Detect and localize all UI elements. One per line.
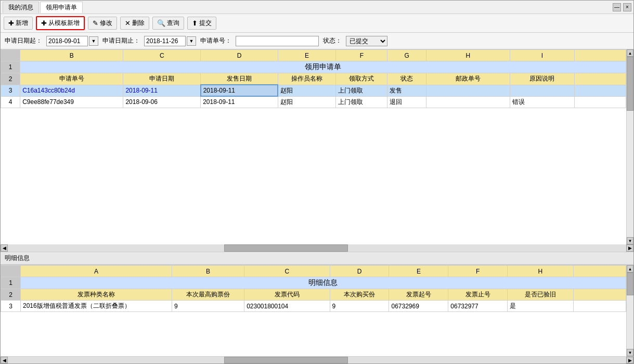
col-g-header: G	[387, 50, 426, 61]
detail-row-1-num: 1	[1, 277, 21, 289]
vscroll-up-btn[interactable]: ▲	[627, 49, 633, 57]
lower-vscroll-track	[627, 272, 633, 349]
start-date-dropdown-btn[interactable]: ▼	[89, 36, 98, 46]
lower-vscroll-up-btn[interactable]: ▲	[627, 265, 633, 272]
search-button[interactable]: 🔍 查询	[152, 17, 184, 30]
row-4-col-i: 错误	[510, 96, 574, 108]
close-button[interactable]: ×	[623, 3, 631, 11]
lower-col-f-header: F	[448, 266, 508, 277]
table-row[interactable]: 3 C16a143cc80b24d 2018-09-11 2018-09-11 …	[1, 85, 626, 96]
lower-hscroll[interactable]	[8, 357, 626, 363]
search-label: 查询	[167, 19, 179, 28]
upper-hscroll[interactable]	[8, 244, 626, 252]
upper-vscroll[interactable]: ▲ ▼	[626, 49, 633, 244]
detail-header-sfyj: 是否已验旧	[508, 289, 574, 301]
status-label: 状态：	[323, 36, 342, 45]
title-bar: 我的消息 领用申请单 — ×	[1, 1, 633, 14]
main-content: B C D E F G H I	[1, 49, 633, 363]
detail-table-row[interactable]: 3 2016版增值税普通发票（二联折叠票） 9 023001800104 9 0…	[1, 301, 626, 312]
grid-title: 领用申请单	[20, 61, 626, 73]
lower-col-b-header: B	[172, 266, 244, 277]
lower-table-container[interactable]: A B C D E F H 1	[1, 265, 626, 356]
row-1-num: 1	[1, 61, 20, 73]
upper-hscroll-thumb	[224, 244, 348, 252]
title-row: 1 领用申请单	[1, 61, 626, 73]
header-lqfs: 领取方式	[336, 73, 387, 85]
row-4-col-b: C9ee88fe77de349	[20, 96, 123, 108]
table-row[interactable]: 4 C9ee88fe77de349 2018-09-06 2018-09-11 …	[1, 96, 626, 108]
header-extra	[574, 73, 626, 85]
tab-requisition[interactable]: 领用申请单	[40, 2, 83, 13]
lower-nav-right[interactable]: ▶	[626, 357, 633, 363]
row-4-num: 4	[1, 96, 20, 108]
col-extra-header	[574, 50, 626, 61]
lower-hscroll-thumb	[224, 357, 348, 363]
header-yysm: 原因说明	[510, 73, 574, 85]
plus-icon: ✚	[8, 19, 14, 27]
order-number-label: 申请单号：	[200, 36, 231, 45]
header-czy: 操作员名称	[278, 73, 336, 85]
template-new-button[interactable]: ✚ 从模板新增	[36, 16, 85, 30]
submit-button[interactable]: ⬆ 提交	[187, 17, 216, 30]
detail-row-3-col-f: 06732977	[448, 301, 508, 312]
lower-table-wrapper: A B C D E F H 1	[1, 265, 633, 356]
lower-col-e-header: E	[389, 266, 448, 277]
lower-col-c-header: C	[244, 266, 330, 277]
edit-icon: ✎	[93, 19, 98, 27]
order-number-input[interactable]	[236, 36, 319, 46]
detail-header-row: 2 发票种类名称 本次最高购票份 发票代码 本次购买份 发票起号 发票止号 是否…	[1, 289, 626, 301]
vscroll-down-btn[interactable]: ▼	[627, 237, 633, 244]
start-date-input[interactable]	[46, 36, 88, 46]
col-h-header: H	[426, 50, 510, 61]
delete-button[interactable]: ✕ 删除	[120, 17, 149, 30]
detail-row-3-num: 3	[1, 301, 21, 312]
new-button[interactable]: ✚ 新增	[4, 17, 33, 30]
detail-row-3-col-a: 2016版增值税普通发票（二联折叠票）	[20, 301, 172, 312]
lower-vscroll[interactable]: ▲ ▼	[626, 265, 633, 356]
upper-nav-right[interactable]: ▶	[626, 244, 633, 252]
tab-my-messages[interactable]: 我的消息	[3, 2, 39, 13]
submit-label: 提交	[199, 19, 212, 28]
minimize-button[interactable]: —	[613, 3, 621, 11]
lower-col-d-header: D	[330, 266, 389, 277]
new-label: 新增	[16, 19, 28, 28]
end-date-dropdown-btn[interactable]: ▼	[187, 36, 196, 46]
header-sqrq: 申请日期	[123, 73, 201, 85]
header-row: 2 申请单号 申请日期 发售日期 操作员名称 领取方式 状态 邮政单号 原因说明	[1, 73, 626, 85]
toolbar: ✚ 新增 ✚ 从模板新增 ✎ 修改 ✕ 删除 🔍 查询 ⬆ 提交	[1, 14, 633, 33]
upper-table-container[interactable]: B C D E F G H I	[1, 49, 626, 244]
col-b-header: B	[20, 50, 123, 61]
lower-vscroll-down-btn[interactable]: ▼	[627, 349, 633, 356]
detail-row-3-col-h: 是	[508, 301, 574, 312]
filter-bar: 申请日期起： ▼ 申请日期止： ▼ 申请单号： 状态： 已提交 全部 已审核 已…	[1, 33, 633, 49]
row-3-col-d[interactable]: 2018-09-11	[201, 85, 278, 96]
row-3-col-c: 2018-09-11	[123, 85, 201, 96]
detail-label-text: 明细信息	[5, 254, 30, 263]
start-date-group: ▼	[46, 36, 98, 46]
detail-row-3-col-b: 9	[172, 301, 244, 312]
submit-icon: ⬆	[192, 19, 198, 27]
col-d-header: D	[201, 50, 278, 61]
detail-row-3-col-c: 023001800104	[244, 301, 330, 312]
end-date-input[interactable]	[144, 36, 186, 46]
vscroll-track	[627, 57, 633, 237]
end-date-group: ▼	[144, 36, 196, 46]
col-e-header: E	[278, 50, 336, 61]
detail-header-fpzh: 发票止号	[448, 289, 508, 301]
lower-nav-left[interactable]: ◀	[1, 357, 8, 363]
lower-table: A B C D E F H 1	[1, 265, 626, 312]
upper-nav-left[interactable]: ◀	[1, 244, 8, 252]
delete-icon: ✕	[125, 19, 131, 27]
status-select[interactable]: 已提交 全部 已审核 已退回 草稿	[346, 36, 387, 46]
row-3-col-f: 上门领取	[336, 85, 387, 96]
row-4-col-g: 退回	[387, 96, 426, 108]
detail-header-bcgmf: 本次购买份	[330, 289, 389, 301]
link-row3-id[interactable]: C16a143cc80b24d	[22, 87, 75, 94]
detail-header-bzgpf: 本次最高购票份	[172, 289, 244, 301]
vscroll-thumb	[627, 57, 633, 111]
detail-header-fpdm: 发票代码	[244, 289, 330, 301]
edit-button[interactable]: ✎ 修改	[88, 17, 117, 30]
row-3-col-h	[426, 85, 510, 96]
row-3-extra	[574, 85, 626, 96]
row-3-num: 3	[1, 85, 20, 96]
